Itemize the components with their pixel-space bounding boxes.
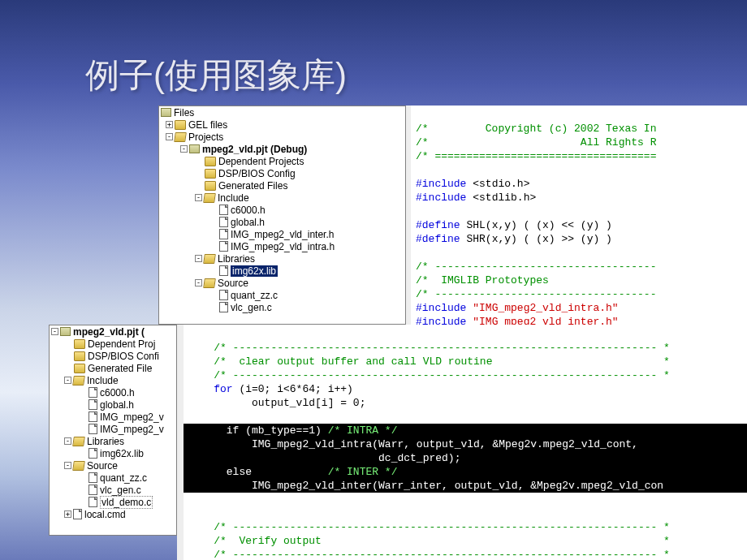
code-editor-top[interactable]: /* Copyright (c) 2002 Texas In /* All Ri…	[406, 106, 747, 325]
project-tree-bottom[interactable]: -mpeg2_vld.pjt ( Dependent Proj DSP/BIOS…	[49, 325, 177, 536]
highlighted-code: if (mb_type==1) /* INTRA */	[184, 424, 747, 437]
active-file[interactable]: vld_demo.c	[100, 496, 153, 509]
collapse-icon[interactable]: -	[166, 133, 173, 140]
expand-icon[interactable]: +	[166, 121, 173, 128]
project-icon	[161, 108, 171, 117]
folder-icon	[174, 132, 187, 142]
file-icon	[219, 205, 228, 215]
selected-lib[interactable]: img62x.lib	[231, 265, 278, 277]
page-title: 例子(使用图象库)	[85, 53, 347, 98]
project-tree-top[interactable]: Files +GEL files -Projects -mpeg2_vld.pj…	[158, 106, 406, 325]
folder-icon	[175, 120, 186, 130]
tree-root: Files	[174, 107, 194, 118]
project-name[interactable]: mpeg2_vld.pjt (Debug)	[202, 144, 307, 155]
code-editor-bottom[interactable]: /* -------------------------------------…	[177, 325, 747, 560]
project-icon	[189, 144, 200, 153]
